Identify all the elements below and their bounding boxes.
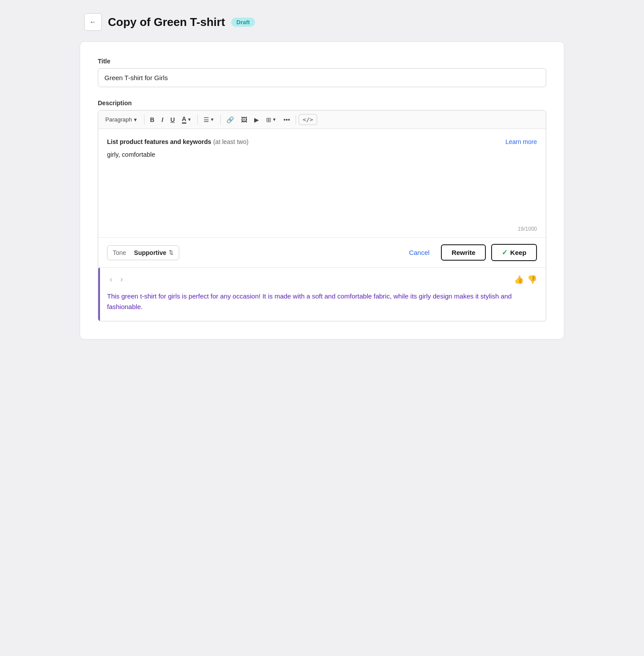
thumbs-up-button[interactable]: 👍: [514, 275, 524, 284]
editor-toolbar: Paragraph ▼ B I U A ▼ ☰: [98, 111, 546, 129]
video-icon: ▶: [254, 116, 259, 123]
autowrite-button[interactable]: ✦ Autowrite: [98, 133, 98, 149]
toolbar-divider-1: [144, 115, 144, 125]
description-editor: Paragraph ▼ B I U A ▼ ☰: [98, 110, 546, 321]
title-label: Title: [98, 58, 546, 65]
link-icon: 🔗: [226, 116, 234, 123]
draft-badge: Draft: [231, 18, 255, 27]
image-button[interactable]: 🖼: [238, 114, 250, 125]
editor-body: ✦ Autowrite List product features and ke…: [98, 129, 546, 237]
table-icon: ⊞: [266, 116, 271, 123]
learn-more-link[interactable]: Learn more: [505, 138, 537, 145]
nav-row: ‹ › 👍 👎: [107, 268, 537, 291]
paragraph-select[interactable]: Paragraph ▼: [102, 114, 141, 125]
align-dropdown-icon: ▼: [210, 117, 215, 122]
keep-label: Keep: [510, 249, 526, 256]
image-icon: 🖼: [241, 116, 247, 123]
table-button[interactable]: ⊞ ▼: [263, 114, 280, 125]
tone-value: Supportive: [134, 249, 166, 256]
keep-checkmark-icon: ✓: [502, 248, 507, 257]
toolbar-insert-group: 🔗 🖼 ▶ ⊞ ▼ •••: [223, 114, 293, 125]
font-color-button[interactable]: A ▼: [179, 113, 195, 126]
rewrite-button[interactable]: Rewrite: [441, 244, 486, 261]
generated-section: ‹ › 👍 👎 This green t-shirt for girls is …: [98, 267, 546, 321]
page-title: Copy of Green T-shirt: [108, 15, 225, 29]
toolbar-divider-2: [197, 115, 198, 125]
toolbar-align-group: ☰ ▼: [200, 114, 218, 125]
bold-button[interactable]: B: [147, 114, 158, 125]
accent-bar: [98, 268, 100, 321]
thumbs-group: 👍 👎: [514, 275, 537, 284]
nav-arrows: ‹ ›: [107, 273, 126, 286]
toolbar-paragraph-group: Paragraph ▼: [102, 114, 141, 125]
generated-text: This green t-shirt for girls is perfect …: [107, 291, 537, 312]
video-button[interactable]: ▶: [251, 114, 262, 125]
title-input[interactable]: [98, 68, 546, 87]
keep-button[interactable]: ✓ Keep: [491, 244, 537, 261]
page-header: ← Copy of Green T-shirt Draft: [80, 13, 564, 31]
align-button[interactable]: ☰ ▼: [200, 114, 218, 125]
char-count: 19/1000: [107, 222, 537, 237]
paragraph-dropdown-icon: ▼: [133, 117, 138, 122]
toolbar-divider-3: [220, 115, 221, 125]
table-dropdown-icon: ▼: [272, 117, 277, 122]
paragraph-label: Paragraph: [105, 116, 132, 123]
features-subtitle: (at least two): [213, 138, 248, 145]
keywords-textarea[interactable]: girly, comfortable: [107, 150, 537, 221]
code-button[interactable]: </>: [299, 114, 317, 125]
tone-arrows-icon: ⇅: [169, 249, 174, 256]
italic-button[interactable]: I: [159, 114, 167, 125]
align-icon: ☰: [204, 116, 209, 123]
more-button[interactable]: •••: [281, 114, 293, 125]
toolbar-format-group: B I U A ▼: [147, 113, 195, 126]
color-dropdown-icon: ▼: [187, 117, 192, 122]
description-label: Description: [98, 100, 546, 107]
prev-button[interactable]: ‹: [107, 273, 115, 286]
features-title: List product features and keywords: [107, 138, 211, 145]
features-header: List product features and keywords (at l…: [107, 138, 537, 146]
tone-label: Tone: [113, 249, 126, 256]
back-button[interactable]: ←: [84, 13, 102, 31]
main-card: Title Description Paragraph ▼ B I U: [80, 41, 564, 339]
features-title-row: List product features and keywords (at l…: [107, 138, 248, 146]
underline-button[interactable]: U: [167, 114, 178, 125]
font-color-label: A: [182, 115, 186, 124]
cancel-button[interactable]: Cancel: [403, 245, 436, 260]
link-button[interactable]: 🔗: [223, 114, 237, 125]
action-row: Tone Supportive ⇅ Cancel Rewrite ✓ Keep: [98, 237, 546, 267]
thumbs-down-button[interactable]: 👎: [527, 275, 537, 284]
next-button[interactable]: ›: [118, 273, 126, 286]
tone-selector[interactable]: Tone Supportive ⇅: [107, 245, 179, 260]
toolbar-divider-4: [296, 115, 296, 125]
